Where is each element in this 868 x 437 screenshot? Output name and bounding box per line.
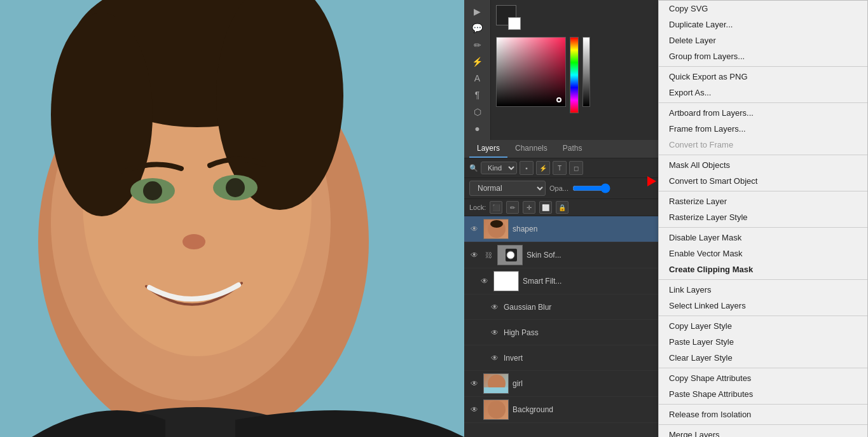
lock-draw-btn[interactable]: ✏ bbox=[506, 201, 519, 214]
background-swatch[interactable] bbox=[508, 17, 521, 30]
lock-pixels-btn[interactable]: ⬛ bbox=[490, 201, 502, 214]
photo-area bbox=[0, 0, 464, 437]
layer-visibility-smartfilter[interactable]: 👁 bbox=[479, 276, 490, 286]
svg-point-9 bbox=[143, 181, 162, 200]
filter-adjust-btn[interactable]: ⚡ bbox=[536, 161, 550, 175]
menu-sep-2 bbox=[659, 102, 867, 103]
menu-sep-3 bbox=[659, 155, 867, 155]
svg-point-15 bbox=[490, 220, 503, 228]
layer-thumb-girl bbox=[483, 373, 509, 394]
lock-all-btn[interactable]: 🔒 bbox=[556, 201, 568, 214]
menu-artboard-from-layers[interactable]: Artboard from Layers... bbox=[659, 105, 867, 121]
menu-disable-layer-mask[interactable]: Disable Layer Mask bbox=[659, 230, 867, 246]
menu-export-as[interactable]: Export As... bbox=[659, 85, 867, 101]
tab-channels[interactable]: Channels bbox=[507, 140, 555, 158]
menu-copy-svg[interactable]: Copy SVG bbox=[659, 1, 867, 17]
menu-sep-1 bbox=[659, 66, 867, 67]
play-icon[interactable]: ▶ bbox=[468, 5, 487, 18]
tab-layers[interactable]: Layers bbox=[469, 140, 507, 158]
menu-group-from-layers[interactable]: Group from Layers... bbox=[659, 48, 867, 64]
menu-convert-smart-wrapper: Convert to Smart Object bbox=[659, 173, 867, 189]
menu-paste-shape-attrs[interactable]: Paste Shape Attributes bbox=[659, 386, 867, 402]
layer-thumb-smartfilter bbox=[493, 271, 519, 291]
lock-label: Lock: bbox=[469, 204, 486, 211]
menu-frame-from-layers[interactable]: Frame from Layers... bbox=[659, 121, 867, 137]
context-menu: Copy SVG Duplicate Layer... Delete Layer… bbox=[658, 0, 868, 437]
blend-mode-dropdown[interactable]: Normal bbox=[469, 181, 546, 196]
menu-sep-7 bbox=[659, 316, 867, 316]
svg-rect-21 bbox=[484, 387, 508, 394]
svg-point-11 bbox=[183, 234, 205, 249]
filter-shape-btn[interactable]: ◻ bbox=[569, 161, 583, 175]
filter-type-btn[interactable]: T bbox=[553, 161, 567, 175]
menu-mask-all-objects[interactable]: Mask All Objects bbox=[659, 157, 867, 173]
menu-paste-layer-style[interactable]: Paste Layer Style bbox=[659, 334, 867, 350]
layer-thumb-skin bbox=[497, 245, 523, 265]
menu-sep-9 bbox=[659, 404, 867, 405]
menu-sep-6 bbox=[659, 279, 867, 280]
filter-pixel-btn[interactable]: ▪ bbox=[520, 161, 534, 175]
tab-paths[interactable]: Paths bbox=[555, 140, 590, 158]
menu-release-from-isolation[interactable]: Release from Isolation bbox=[659, 406, 867, 422]
svg-point-22 bbox=[488, 401, 506, 419]
opacity-slider[interactable] bbox=[572, 183, 610, 193]
menu-clear-layer-style[interactable]: Clear Layer Style bbox=[659, 350, 867, 366]
layer-visibility-girl[interactable]: 👁 bbox=[469, 378, 479, 389]
lock-move-btn[interactable]: ✛ bbox=[523, 201, 535, 214]
adjust-icon[interactable]: ⚡ bbox=[468, 55, 487, 68]
menu-convert-smart-object[interactable]: Convert to Smart Object bbox=[659, 173, 867, 189]
paragraph-icon[interactable]: ¶ bbox=[468, 88, 487, 101]
menu-rasterize-layer[interactable]: Rasterize Layer bbox=[659, 193, 867, 209]
menu-sep-5 bbox=[659, 227, 867, 228]
comment-icon[interactable]: 💬 bbox=[468, 22, 487, 34]
arrow-indicator bbox=[647, 176, 656, 186]
menu-duplicate-layer[interactable]: Duplicate Layer... bbox=[659, 17, 867, 32]
layer-link-skin: ⛓ bbox=[483, 251, 493, 259]
menu-quick-export[interactable]: Quick Export as PNG bbox=[659, 69, 867, 85]
text-icon[interactable]: A bbox=[468, 72, 487, 85]
layer-visibility-gaussianblur[interactable]: 👁 bbox=[490, 302, 500, 312]
brush-icon[interactable]: ✏ bbox=[468, 39, 487, 52]
layer-visibility-shapen[interactable]: 👁 bbox=[469, 224, 479, 234]
layer-thumb-shapen bbox=[483, 219, 509, 239]
menu-copy-layer-style[interactable]: Copy Layer Style bbox=[659, 318, 867, 334]
menu-merge-layers[interactable]: Merge Layers bbox=[659, 427, 867, 437]
menu-sep-8 bbox=[659, 368, 867, 368]
hue-slider[interactable] bbox=[570, 37, 579, 113]
menu-rasterize-layer-style[interactable]: Rasterize Layer Style bbox=[659, 209, 867, 225]
filter-icon-group: ▪ ⚡ T ◻ bbox=[520, 161, 583, 175]
svg-point-10 bbox=[226, 178, 245, 197]
layer-visibility-highpass[interactable]: 👁 bbox=[490, 328, 500, 338]
layer-visibility-skin[interactable]: 👁 bbox=[469, 250, 479, 260]
layer-thumb-background bbox=[483, 399, 509, 420]
menu-sep-10 bbox=[659, 424, 867, 425]
menu-delete-layer[interactable]: Delete Layer bbox=[659, 32, 867, 48]
opacity-label: Opa... bbox=[549, 184, 568, 192]
icon-toolbar: ▶ 💬 ✏ ⚡ A ¶ ⬡ ● bbox=[464, 0, 491, 140]
lock-artboard-btn[interactable]: ⬜ bbox=[539, 201, 552, 214]
layer-visibility-background[interactable]: 👁 bbox=[469, 405, 479, 415]
svg-rect-19 bbox=[494, 271, 518, 291]
search-icon: 🔍 bbox=[469, 164, 478, 172]
shape-3d-icon[interactable]: ⬡ bbox=[468, 106, 487, 118]
lightness-slider[interactable] bbox=[582, 37, 590, 107]
circle-icon[interactable]: ● bbox=[468, 122, 487, 135]
layer-visibility-invert[interactable]: 👁 bbox=[490, 353, 500, 363]
menu-sep-4 bbox=[659, 191, 867, 191]
menu-create-clipping-mask[interactable]: Create Clipping Mask bbox=[659, 261, 867, 277]
menu-select-linked-layers[interactable]: Select Linked Layers bbox=[659, 298, 867, 314]
filter-dropdown[interactable]: Kind bbox=[481, 162, 517, 174]
menu-convert-to-frame[interactable]: Convert to Frame bbox=[659, 137, 867, 153]
menu-copy-shape-attrs[interactable]: Copy Shape Attributes bbox=[659, 370, 867, 386]
menu-enable-vector-mask[interactable]: Enable Vector Mask bbox=[659, 246, 867, 261]
color-gradient-picker[interactable] bbox=[496, 37, 566, 107]
foreground-swatch[interactable] bbox=[496, 5, 516, 25]
right-panel: ▶ 💬 ✏ ⚡ A ¶ ⬡ ● bbox=[464, 0, 868, 437]
menu-link-layers[interactable]: Link Layers bbox=[659, 282, 867, 298]
svg-point-18 bbox=[507, 251, 514, 259]
